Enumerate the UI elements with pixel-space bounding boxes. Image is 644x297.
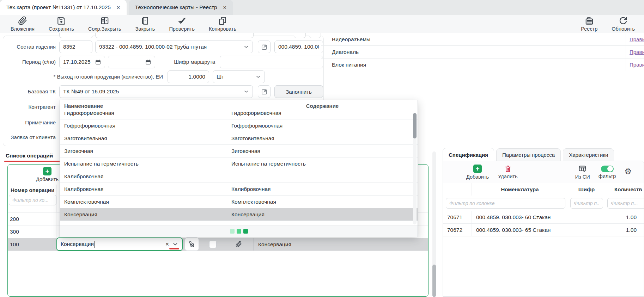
dropdown-option[interactable]: Консервация Консервация	[60, 208, 418, 221]
product-ref-field[interactable]: 000.4859. 100.00	[274, 41, 323, 53]
open-product-button[interactable]	[258, 41, 271, 53]
fill-button[interactable]: Заполнить	[274, 85, 323, 98]
characteristic-row[interactable]: Диагональ Прави	[321, 46, 644, 58]
specification-row[interactable]: 70672 000.4859. 030.003- 65 Стакан 1.00	[443, 224, 644, 236]
edit-link[interactable]: Прави	[630, 49, 644, 55]
close-document-label: Закрыть	[135, 26, 155, 32]
operation-dropdown: Наименование Содержание Гидроформовочная…	[60, 100, 418, 237]
tab-bar: Тех.карта (проект №11331) от 17.10.2025 …	[0, 0, 644, 15]
dropdown-option[interactable]: Заготовительная Заготовительная	[60, 132, 418, 145]
specification-row[interactable]: 70671 000.4859. 030.003- 60 Стакан 1.00	[443, 211, 644, 224]
output-qty-field[interactable]: 1.0000	[168, 70, 209, 83]
close-icon[interactable]: ✕	[223, 5, 227, 10]
quantity-filter-input[interactable]	[607, 198, 644, 209]
dropdown-option[interactable]: Калибровочная Калибровочная	[60, 183, 418, 196]
tab-operations-list[interactable]: Список операций	[6, 153, 53, 159]
plus-icon: +	[473, 165, 482, 173]
spec-row-id: 70672	[443, 224, 472, 236]
spec-toolbar-right: Из СИ фильтр ⚙	[575, 165, 632, 180]
period-to-field[interactable]	[108, 56, 155, 68]
column-header-content[interactable]: Содержание	[227, 100, 418, 112]
refresh-button[interactable]: Обновить	[612, 16, 635, 32]
option-name: Калибровочная	[60, 170, 227, 182]
close-document-button[interactable]: Закрыть	[135, 16, 155, 32]
product-code-field[interactable]: 8352	[59, 41, 92, 53]
calendar-icon[interactable]	[145, 59, 151, 65]
gear-icon[interactable]: ⚙	[624, 167, 632, 175]
attachments-button[interactable]: Вложения	[11, 16, 35, 32]
option-name: Испытание на герметичность	[60, 157, 227, 170]
calendar-icon[interactable]	[95, 59, 101, 65]
dropdown-footer	[60, 225, 418, 237]
specification-header: Номенклатура Шифр Количеств	[443, 183, 644, 196]
dropdown-option[interactable]: Испытание на герметичность Испытание на …	[60, 157, 418, 170]
cipher-filter-input[interactable]	[570, 198, 603, 209]
option-content: Гидроформовочная	[227, 112, 418, 119]
verify-button[interactable]: Проверить	[169, 16, 195, 32]
save-close-button[interactable]: Сохр.Закрыть	[88, 16, 121, 32]
column-header-quantity[interactable]: Количеств	[605, 183, 644, 196]
save-button[interactable]: Сохранить	[49, 16, 74, 32]
clear-icon[interactable]: ✕	[162, 241, 172, 247]
dropdown-option[interactable]: Калибровочная	[60, 170, 418, 183]
tab-characteristics[interactable]: Характеристики	[563, 148, 614, 161]
row-checkbox[interactable]	[209, 241, 217, 248]
add-operation-button[interactable]: + Добавить	[33, 167, 61, 182]
base-tk-select[interactable]: ТК №49 от 16.09.2025	[59, 85, 253, 98]
specification-filter-row	[443, 196, 644, 211]
tab-process-params[interactable]: Параметры процесса	[496, 148, 561, 161]
verify-label: Проверить	[169, 26, 195, 32]
characteristic-label: Блок питания	[321, 62, 626, 68]
edit-link[interactable]: Прави	[630, 62, 644, 68]
dropdown-marker-underline	[169, 248, 179, 249]
dropdown-option[interactable]: Гофроформовочная Гофроформовочная	[60, 119, 418, 132]
hierarchy-button[interactable]	[185, 237, 199, 251]
period-from-field[interactable]: 17.10.2025	[59, 56, 105, 68]
option-name: Калибровочная	[60, 183, 227, 195]
column-header-nomenclature[interactable]: Номенклатура	[472, 183, 568, 196]
operation-row-selected[interactable]: 100 Консервация ✕ Консервация	[8, 238, 428, 251]
close-icon[interactable]: ✕	[116, 5, 120, 10]
dropdown-option[interactable]: Комплектовочная Комплектовочная	[60, 196, 418, 208]
dropdown-scrollbar-thumb[interactable]	[413, 113, 417, 138]
tab-techcard[interactable]: Тех.карта (проект №11331) от 17.10.2025 …	[0, 0, 127, 15]
tab-techcard-label: Тех.карта (проект №11331) от 17.10.2025	[6, 4, 111, 11]
open-base-tk-button[interactable]	[258, 85, 271, 98]
nomenclature-filter-input[interactable]	[446, 198, 565, 209]
output-unit-select[interactable]: Шт	[213, 70, 265, 83]
edit-link[interactable]: Прави	[630, 36, 644, 42]
filter-toggle[interactable]: фильтр	[599, 165, 616, 179]
operation-combobox[interactable]: Консервация ✕	[56, 237, 183, 251]
option-content: Заготовительная	[227, 132, 418, 144]
column-header-cipher[interactable]: Шифр	[568, 183, 605, 196]
characteristic-row[interactable]: Видеоразъемы Прави	[321, 33, 644, 46]
column-header-name[interactable]: Наименование	[60, 100, 227, 112]
copy-label: Копировать	[209, 26, 236, 32]
vertical-scrollbar-thumb[interactable]	[432, 265, 436, 297]
toggle-on-icon[interactable]	[601, 166, 614, 172]
registry-button[interactable]: Реестр	[581, 16, 597, 32]
tab-registry[interactable]: Технологические карты - Реестр ✕	[129, 0, 233, 15]
option-content	[227, 170, 418, 182]
open-in-new-icon	[261, 44, 268, 50]
chevron-down-icon[interactable]	[172, 241, 178, 247]
door-icon	[140, 16, 150, 25]
route-input[interactable]	[220, 56, 323, 68]
characteristic-row[interactable]: Блок питания Прави	[321, 58, 644, 71]
clipped-field	[95, 33, 254, 38]
dropdown-option[interactable]: Зиговочная Зиговочная	[60, 145, 418, 157]
dropdown-option[interactable]: Гидроформовочная Гидроформовочная	[60, 112, 418, 119]
from-si-button[interactable]: Из СИ	[575, 165, 590, 180]
clipped-field	[59, 33, 93, 38]
characteristics-table: Видеоразъемы Прави Диагональ Прави Блок …	[321, 33, 644, 71]
operations-filter-input[interactable]	[9, 195, 56, 205]
clipped-button	[294, 33, 306, 38]
spec-row-quantity: 1.00	[605, 224, 644, 236]
tab-specification[interactable]: Спецификация	[443, 148, 494, 161]
copy-button[interactable]: Копировать	[209, 16, 236, 32]
product-select[interactable]: 93322 - 000.4859. 100.000-02 Труба гнута…	[95, 41, 253, 53]
specification-tabs: Спецификация Параметры процесса Характер…	[443, 148, 644, 161]
add-spec-button[interactable]: + Добавить	[466, 165, 489, 180]
delete-spec-button[interactable]: Удалить	[498, 165, 517, 179]
dropdown-option[interactable]: Контрольная Контрольная	[60, 221, 418, 225]
